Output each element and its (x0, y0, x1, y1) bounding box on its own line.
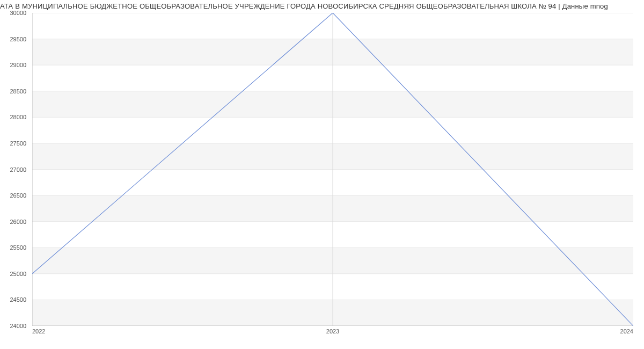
y-tick-label: 28500 (10, 88, 26, 94)
y-tick-label: 27000 (10, 166, 26, 173)
y-tick-label: 29500 (10, 36, 26, 42)
y-axis-ticks: 2400024500250002550026000265002700027500… (0, 13, 30, 326)
y-tick-label: 26500 (10, 192, 26, 199)
y-tick-label: 24500 (10, 296, 26, 303)
y-tick-label: 26000 (10, 219, 26, 225)
y-tick-label: 29000 (10, 62, 26, 68)
y-tick-label: 24000 (10, 323, 26, 329)
y-tick-label: 27500 (10, 140, 26, 147)
x-tick-label: 2022 (32, 328, 45, 335)
x-axis-ticks: 202220232024 (32, 328, 633, 339)
plot-svg (32, 13, 633, 326)
x-tick-label: 2024 (620, 328, 633, 335)
y-tick-label: 25000 (10, 271, 26, 277)
y-tick-label: 28000 (10, 114, 26, 120)
y-tick-label: 25500 (10, 244, 26, 251)
plot-area (32, 13, 633, 326)
chart-title: АТА В МУНИЦИПАЛЬНОЕ БЮДЖЕТНОЕ ОБЩЕОБРАЗО… (0, 2, 644, 10)
y-tick-label: 30000 (10, 10, 26, 16)
x-tick-label: 2023 (326, 328, 339, 335)
